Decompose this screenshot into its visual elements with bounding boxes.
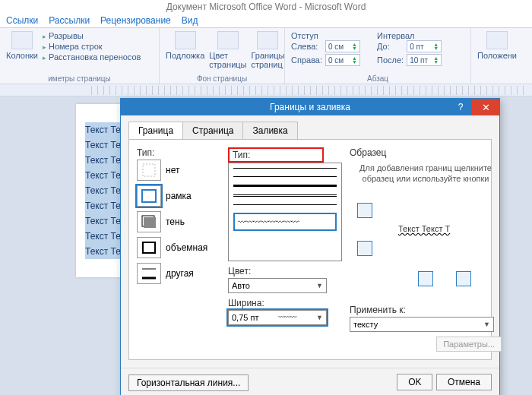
breaks-button[interactable]: Разрывы	[43, 31, 141, 40]
type-none[interactable]: нет	[137, 160, 220, 181]
tab-border[interactable]: Граница	[128, 122, 183, 139]
wave-icon: 〰〰〰	[278, 314, 296, 321]
wave-icon: 〰〰〰〰〰〰〰〰	[238, 217, 299, 226]
columns-button[interactable]: Колонки	[6, 31, 38, 60]
page-borders-icon	[257, 31, 278, 49]
page-borders-button[interactable]: Границы страниц	[251, 31, 284, 69]
tab-page[interactable]: Страница	[182, 122, 243, 139]
preview-border-right-button[interactable]	[456, 271, 471, 286]
spacing-after-input[interactable]: 10 пт▲▼	[407, 54, 442, 66]
spinner-arrows-icon[interactable]: ▲▼	[433, 56, 439, 64]
style-label-highlight: Тип:	[228, 147, 324, 163]
preview-label: Образец	[350, 147, 502, 158]
spinner-arrows-icon[interactable]: ▲▼	[433, 43, 439, 50]
preview-caption: Для добавления границ щелкните образец и…	[353, 163, 499, 185]
dialog-close-button[interactable]: ✕	[472, 99, 499, 115]
line-style-item[interactable]	[233, 168, 337, 169]
position-label: Положени	[477, 51, 517, 60]
type-box[interactable]: рамка	[137, 185, 220, 207]
preview-border-top-button[interactable]	[357, 203, 372, 218]
page-bg-label: Фон страницы	[166, 74, 278, 83]
ribbon: Колонки Разрывы Номера строк Расстановка…	[0, 28, 532, 84]
spacing-after-label: После:	[377, 55, 404, 65]
spacing-after-value: 10 пт	[410, 56, 428, 65]
type-custom-label: другая	[166, 268, 194, 279]
color-label: Цвет:	[228, 266, 342, 276]
type-none-icon	[140, 162, 158, 179]
chevron-down-icon: ▼	[316, 314, 323, 321]
spinner-arrows-icon[interactable]: ▲▼	[352, 43, 357, 50]
position-button[interactable]: Положени	[477, 31, 517, 60]
type-shadow-label: тень	[166, 216, 185, 227]
tab-shading[interactable]: Заливка	[242, 122, 297, 139]
line-style-item[interactable]	[233, 185, 337, 187]
ruler[interactable]	[0, 84, 532, 96]
apply-to-combo[interactable]: тексту▼	[350, 317, 494, 332]
svg-rect-4	[143, 242, 155, 253]
hyphenation-button[interactable]: Расстановка переносов	[43, 52, 141, 62]
cancel-button[interactable]: Отмена	[436, 374, 492, 390]
apply-to-value: тексту	[353, 320, 378, 329]
watermark-label: Подложка	[166, 51, 204, 60]
dialog-titlebar[interactable]: Границы и заливка ? ✕	[121, 99, 499, 115]
type-label: Тип:	[137, 147, 220, 158]
paragraph-label: Абзац	[291, 74, 464, 83]
preview-border-left-button[interactable]	[418, 271, 433, 286]
spacing-title: Интервал	[377, 31, 445, 40]
width-value: 0,75 пт	[232, 313, 258, 322]
horizontal-line-button[interactable]: Горизонтальная линия...	[128, 374, 249, 391]
preview-border-bottom-button[interactable]	[357, 241, 372, 256]
menu-mailings[interactable]: Рассылки	[49, 15, 90, 26]
page-setup-label: иметры страницы	[6, 74, 153, 83]
ok-button[interactable]: OK	[397, 374, 432, 390]
svg-rect-1	[142, 190, 156, 202]
type-custom[interactable]: другая	[137, 263, 220, 284]
ruler-marks	[91, 86, 524, 95]
page-color-button[interactable]: Цвет страницы	[209, 31, 246, 69]
color-combo[interactable]: Авто▼	[228, 278, 327, 293]
line-style-item[interactable]	[233, 176, 337, 177]
menu-review[interactable]: Рецензирование	[100, 15, 171, 26]
indent-left-input[interactable]: 0 см▲▼	[325, 40, 360, 52]
type-shadow[interactable]: тень	[137, 211, 220, 232]
page-color-label: Цвет страницы	[209, 51, 246, 69]
line-numbers-button[interactable]: Номера строк	[43, 42, 141, 51]
line-style-selected[interactable]: 〰〰〰〰〰〰〰〰	[233, 213, 337, 231]
line-style-list[interactable]: 〰〰〰〰〰〰〰〰	[228, 163, 342, 261]
width-combo[interactable]: 0,75 пт 〰〰〰 ▼	[228, 310, 327, 325]
indent-right-label: Справа:	[291, 55, 322, 65]
watermark-icon	[175, 31, 196, 49]
spacing-before-input[interactable]: 0 пт▲▼	[407, 40, 442, 52]
indent-right-value: 0 см	[328, 56, 344, 65]
indent-right-input[interactable]: 0 см▲▼	[325, 54, 360, 66]
preview-canvas[interactable]: Текст Текст Т	[350, 195, 502, 302]
options-button: Параметры...	[436, 337, 502, 352]
preview-text: Текст Текст Т	[395, 221, 453, 236]
columns-icon	[11, 31, 33, 49]
apply-to-label: Применить к:	[350, 305, 502, 315]
page-color-icon	[217, 31, 239, 49]
indent-left-label: Слева:	[291, 42, 322, 51]
menu-view[interactable]: Вид	[182, 15, 198, 26]
watermark-button[interactable]: Подложка	[166, 31, 204, 60]
spinner-arrows-icon[interactable]: ▲▼	[352, 56, 357, 64]
chevron-down-icon: ▼	[483, 321, 490, 328]
svg-rect-0	[143, 164, 155, 176]
width-label: Ширина:	[228, 298, 342, 308]
menu-links[interactable]: Ссылки	[6, 15, 38, 26]
dialog-help-button[interactable]: ?	[452, 99, 469, 115]
indent-left-value: 0 см	[328, 43, 344, 51]
dialog-footer: Горизонтальная линия... OK Отмена	[121, 368, 499, 395]
dialog-tabs: Граница Страница Заливка	[128, 122, 492, 139]
line-style-item[interactable]	[233, 204, 337, 205]
chevron-down-icon: ▼	[316, 282, 323, 289]
app-title: Документ Microsoft Office Word - Microso…	[0, 0, 532, 14]
type-box-label: рамка	[166, 191, 192, 201]
type-3d-icon	[140, 239, 158, 256]
type-shadow-icon	[140, 213, 158, 230]
line-style-item[interactable]	[233, 194, 337, 197]
columns-label: Колонки	[6, 51, 38, 60]
type-3d[interactable]: объемная	[137, 237, 220, 258]
type-3d-label: объемная	[166, 242, 207, 253]
document-area: Текст Те Текст Те Текст Те Текст Те Текс…	[0, 96, 532, 395]
